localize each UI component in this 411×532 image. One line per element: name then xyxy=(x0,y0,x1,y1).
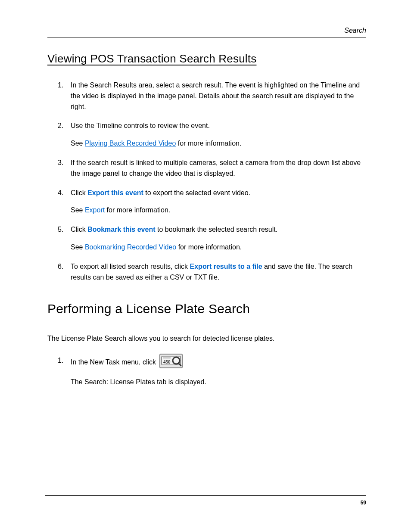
ui-label-export-results-to-file: Export results to a file xyxy=(190,263,262,270)
step-item: In the New Task menu, click 450 The Sear… xyxy=(71,355,366,388)
plate-number: 450 xyxy=(163,360,171,364)
step-prefix: To export all listed search results, cli… xyxy=(71,263,190,270)
section-heading-license-plate-search: Performing a License Plate Search xyxy=(47,302,366,316)
step-suffix: to bookmark the selected search result. xyxy=(156,226,278,233)
license-plate-search-icon: 450 xyxy=(159,354,183,368)
step-prefix: Click xyxy=(71,226,87,233)
page-header: Search xyxy=(47,27,366,37)
step-sub: See Bookmarking Recorded Video for more … xyxy=(71,242,366,253)
step-sub: See Playing Back Recorded Video for more… xyxy=(71,138,366,149)
step-item: Click Export this event to export the se… xyxy=(71,188,366,216)
link-playing-back-recorded-video[interactable]: Playing Back Recorded Video xyxy=(85,140,176,147)
sub-suffix: for more information. xyxy=(105,206,170,214)
document-page: Search Viewing POS Transaction Search Re… xyxy=(0,0,411,532)
step-item: To export all listed search results, cli… xyxy=(71,261,366,283)
sub-suffix: for more information. xyxy=(176,140,241,147)
link-bookmarking-recorded-video[interactable]: Bookmarking Recorded Video xyxy=(85,243,176,251)
page-footer: 59 xyxy=(45,495,366,506)
steps-list-2: In the New Task menu, click 450 The Sear… xyxy=(47,355,366,388)
step-item: Use the Timeline controls to review the … xyxy=(71,121,366,149)
ui-label-bookmark-this-event: Bookmark this event xyxy=(87,226,155,233)
step-text: If the search result is linked to multip… xyxy=(71,159,361,177)
steps-list-1: In the Search Results area, select a sea… xyxy=(47,80,366,283)
step-item: In the Search Results area, select a sea… xyxy=(71,80,366,112)
link-export[interactable]: Export xyxy=(85,206,105,214)
step-prefix: Click xyxy=(71,189,87,196)
step-text: In the Search Results area, select a sea… xyxy=(71,81,360,110)
step-sub: The Search: License Plates tab is displa… xyxy=(71,377,366,388)
sub-prefix: See xyxy=(71,243,85,251)
page-number: 59 xyxy=(361,500,366,506)
sub-prefix: See xyxy=(71,140,85,147)
section-heading-viewing-pos: Viewing POS Transaction Search Results xyxy=(47,52,366,65)
step-sub: See Export for more information. xyxy=(71,205,366,216)
ui-label-export-this-event: Export this event xyxy=(87,189,143,196)
step-item: Click Bookmark this event to bookmark th… xyxy=(71,224,366,253)
section-intro: The License Plate Search allows you to s… xyxy=(47,333,366,344)
sub-suffix: for more information. xyxy=(176,243,242,251)
step-suffix: to export the selected event video. xyxy=(143,189,250,196)
step-item: If the search result is linked to multip… xyxy=(71,158,366,179)
step-text: Use the Timeline controls to review the … xyxy=(71,122,210,129)
sub-prefix: See xyxy=(71,206,85,214)
step-prefix: In the New Task menu, click xyxy=(71,358,158,366)
sub-text: The Search: License Plates tab is displa… xyxy=(71,378,206,386)
header-section-label: Search xyxy=(344,27,366,34)
